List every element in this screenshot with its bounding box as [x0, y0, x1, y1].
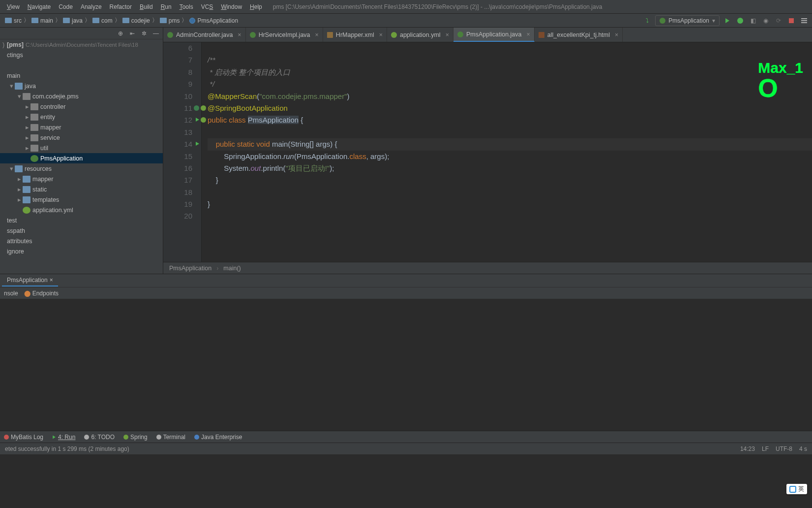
- project-tree[interactable]: ) [pms] C:\Users\Admin\Documents\Tencent…: [0, 39, 163, 274]
- fold-column[interactable]: [202, 42, 206, 262]
- breadcrumb-java[interactable]: java: [61, 17, 85, 24]
- line-number[interactable]: 12: [163, 114, 192, 126]
- menu-vcs[interactable]: VCS: [197, 1, 217, 12]
- line-number[interactable]: 14: [163, 138, 192, 150]
- tree-item-controller[interactable]: ▸controller: [0, 101, 163, 112]
- code-line[interactable]: @MapperScan("com.codejie.pms.mapper"): [208, 91, 812, 102]
- breadcrumb-method[interactable]: main(): [223, 265, 241, 272]
- tool-window-terminal[interactable]: Terminal: [156, 434, 185, 441]
- file-encoding[interactable]: UTF-8: [776, 445, 792, 452]
- run-gutter-icon[interactable]: [196, 118, 199, 122]
- tree-item-com.codejie.pms[interactable]: ▾com.codejie.pms: [0, 91, 163, 101]
- tool-window-mybatislog[interactable]: MyBatis Log: [4, 434, 43, 441]
- menu-run[interactable]: Run: [157, 1, 176, 12]
- stop-button[interactable]: [786, 16, 796, 26]
- code-line[interactable]: [208, 187, 812, 198]
- more-button[interactable]: [799, 16, 809, 26]
- attach-button[interactable]: ⟳: [774, 16, 783, 26]
- ime-indicator[interactable]: 英: [786, 484, 807, 494]
- line-number[interactable]: 8: [163, 66, 192, 78]
- tree-item-util[interactable]: ▸util: [0, 143, 163, 153]
- cursor-position[interactable]: 14:23: [740, 445, 755, 452]
- close-icon[interactable]: ×: [615, 32, 618, 38]
- tree-item-resources[interactable]: ▾resources: [0, 163, 163, 174]
- bean-gutter-icon[interactable]: [201, 105, 206, 111]
- tree-root[interactable]: ) [pms] C:\Users\Admin\Documents\Tencent…: [0, 39, 163, 50]
- line-number[interactable]: 19: [163, 198, 192, 210]
- tree-item-test[interactable]: test: [0, 215, 163, 225]
- tree-item-PmsApplication[interactable]: PmsApplication: [0, 153, 163, 163]
- line-number[interactable]: 16: [163, 162, 192, 174]
- editor-tab[interactable]: application.yml×: [387, 28, 453, 42]
- line-number[interactable]: 20: [163, 210, 192, 222]
- tree-item-mapper[interactable]: ▸mapper: [0, 122, 163, 132]
- menu-refactor[interactable]: Refactor: [106, 1, 136, 12]
- breadcrumb-com[interactable]: com: [90, 17, 115, 24]
- line-number[interactable]: 18: [163, 187, 192, 198]
- tool-window-run[interactable]: 4: Run: [52, 434, 75, 441]
- tree-item-service[interactable]: ▸service: [0, 132, 163, 143]
- code-line[interactable]: }: [208, 198, 812, 210]
- line-number[interactable]: 7: [163, 54, 192, 66]
- menu-analyze[interactable]: Analyze: [77, 1, 106, 12]
- breadcrumb-codejie[interactable]: codejie: [120, 17, 152, 24]
- code-line[interactable]: public static void main(String[] args) {: [208, 138, 812, 150]
- line-separator[interactable]: LF: [762, 445, 769, 452]
- code-line[interactable]: [208, 211, 812, 222]
- code-line[interactable]: [208, 127, 812, 138]
- close-icon[interactable]: ×: [238, 32, 241, 38]
- line-number[interactable]: 11: [163, 102, 192, 114]
- run-button[interactable]: [722, 16, 732, 26]
- close-icon[interactable]: ×: [50, 277, 53, 284]
- code-line[interactable]: public class PmsApplication {: [208, 114, 812, 126]
- editor-tab[interactable]: HrServiceImpl.java×: [246, 28, 323, 42]
- menu-help[interactable]: Help: [246, 1, 266, 12]
- breadcrumb-src[interactable]: src: [3, 17, 24, 24]
- tool-window-javaenterprise[interactable]: Java Enterprise: [194, 434, 242, 441]
- debug-button[interactable]: [735, 16, 745, 26]
- tree-item-ignore[interactable]: ignore: [0, 246, 163, 256]
- tree-item-attributes[interactable]: attributes: [0, 236, 163, 246]
- tree-item-java[interactable]: ▾java: [0, 81, 163, 91]
- tree-item-blank[interactable]: [0, 60, 163, 70]
- menu-tools[interactable]: Tools: [176, 1, 197, 12]
- breadcrumb-main[interactable]: main: [30, 17, 55, 24]
- tool-window-spring[interactable]: Spring: [123, 434, 148, 441]
- close-icon[interactable]: ×: [315, 32, 319, 38]
- target-icon[interactable]: ⊕: [117, 30, 124, 37]
- code-editor[interactable]: 67891011121314151617181920 /** * 启动类 整个项…: [163, 42, 812, 262]
- run-config-selector[interactable]: PmsApplication ▾: [655, 15, 720, 26]
- menu-build[interactable]: Build: [136, 1, 157, 12]
- code-line[interactable]: [208, 42, 812, 54]
- line-number[interactable]: 10: [163, 91, 192, 102]
- tree-item-mapper[interactable]: ▸mapper: [0, 174, 163, 184]
- line-number[interactable]: 17: [163, 174, 192, 186]
- code-line[interactable]: @SpringBootApplication: [208, 102, 812, 114]
- editor-tab[interactable]: all_excellentKpi_tj.html×: [535, 28, 623, 42]
- menu-view[interactable]: View: [3, 1, 24, 12]
- editor-tab[interactable]: PmsApplication.java×: [453, 28, 535, 42]
- editor-tab[interactable]: HrMapper.xml×: [323, 28, 387, 42]
- close-icon[interactable]: ×: [527, 31, 530, 38]
- gutter[interactable]: 67891011121314151617181920: [163, 42, 202, 262]
- code-line[interactable]: System.out.println("项目已启动!");: [208, 162, 812, 174]
- code-line[interactable]: /**: [208, 54, 812, 66]
- console-output[interactable]: [0, 299, 812, 431]
- profile-button[interactable]: ◉: [761, 16, 771, 26]
- breadcrumb-pms[interactable]: pms: [158, 17, 182, 24]
- run-gutter-icon[interactable]: [196, 142, 199, 146]
- line-number[interactable]: 13: [163, 127, 192, 138]
- run-tab[interactable]: PmsApplication ×: [2, 275, 58, 286]
- leaf-gutter-icon[interactable]: [194, 105, 199, 111]
- tree-item-main[interactable]: main: [0, 70, 163, 81]
- line-number[interactable]: 15: [163, 151, 192, 162]
- tree-item-static[interactable]: ▸static: [0, 184, 163, 194]
- build-icon[interactable]: ⤵: [642, 16, 652, 26]
- code-line[interactable]: */: [208, 78, 812, 90]
- settings-icon[interactable]: ✲: [140, 30, 148, 37]
- code-line[interactable]: SpringApplication.run(PmsApplication.cla…: [208, 151, 812, 162]
- code-content[interactable]: /** * 启动类 整个项目的入口 */@MapperScan("com.cod…: [206, 42, 812, 262]
- tree-item-ctings[interactable]: ctings: [0, 50, 163, 60]
- indent-info[interactable]: 4 s: [799, 445, 807, 452]
- line-number[interactable]: 6: [163, 42, 192, 54]
